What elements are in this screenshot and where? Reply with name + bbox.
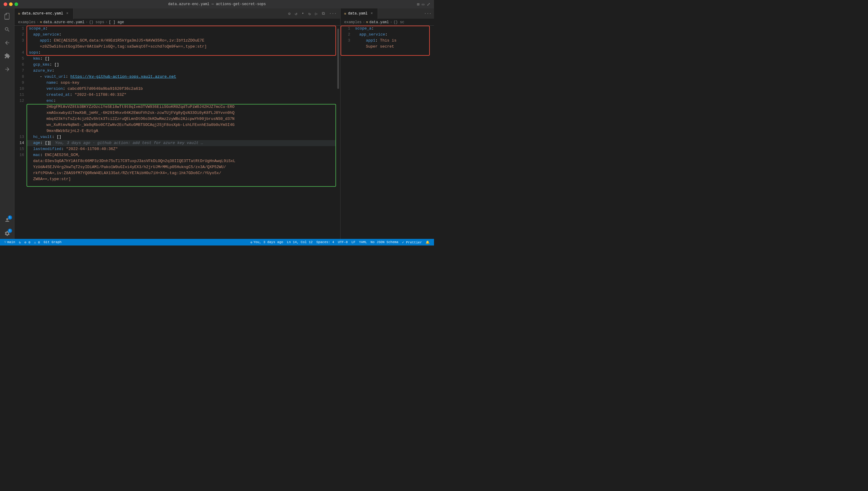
r-code-line-1: scope_a: (353, 26, 430, 32)
encoding-text: UTF-8 (338, 240, 348, 244)
tab-close-right[interactable]: × (369, 11, 374, 16)
titlebar: data.azure-enc.yaml — actions-get-secret… (0, 0, 434, 8)
r-code-line-3: app1: This is (353, 38, 430, 44)
ln-16: 16 (15, 152, 24, 158)
code-line-mac2: YzUdA45EJV4rg2kwTqT2syIDiAMl/Pako1W9uGIv… (27, 164, 336, 170)
redo-icon[interactable]: ↻ (307, 10, 312, 17)
code-line-7: azure_kv: (27, 68, 336, 74)
tab-bar-right: ≋ data.yaml × ··· (341, 8, 434, 19)
file-icon-right: ≋ (344, 12, 346, 16)
ln-9: 9 (15, 80, 24, 86)
history-icon[interactable]: ⊙ (287, 10, 292, 17)
minimize-button[interactable] (9, 2, 13, 6)
tab-bar-actions-left: ⊙ ↺ • ↻ ▷ ⧉ ··· (287, 10, 340, 17)
extensions-icon[interactable] (2, 51, 13, 61)
bc-sep-1: › (37, 20, 39, 24)
notification-status[interactable]: 🔔 (424, 239, 431, 246)
run-icon[interactable]: ▷ (314, 10, 318, 17)
language-status[interactable]: YAML (357, 239, 369, 246)
titlebar-right-controls[interactable]: ⊞ ▭ ⤢ (417, 2, 430, 7)
tab-more-right[interactable]: ··· (424, 11, 434, 16)
notification-icon: 🔔 (425, 240, 430, 244)
source-control-icon[interactable] (2, 37, 13, 48)
scrollbar-left[interactable] (336, 26, 340, 239)
code-line-4: sops: (27, 50, 336, 56)
tab-label-left: data.azure-enc.yaml (22, 11, 63, 16)
code-line-enc3: mbq423kYsTsZz4cjz0ZvShtk3Tci2ZzruQELmnDt… (27, 116, 336, 122)
sync-status[interactable]: ↻ (17, 239, 23, 246)
code-area-left[interactable]: scope_a: app_service: app1: ENC[AES256_G… (27, 26, 336, 239)
undo-icon[interactable]: ↺ (293, 10, 298, 17)
split-icon[interactable]: ⧉ (321, 10, 326, 17)
scrollbar-thumb-left[interactable] (337, 29, 339, 89)
ln-mac1 (15, 158, 24, 164)
author-text: You, 3 days ago (253, 240, 283, 244)
settings-icon[interactable]: 1 (2, 228, 13, 239)
rln-3b (341, 44, 350, 50)
settings-badge: 1 (8, 229, 12, 233)
ln-13: 13 (15, 134, 24, 140)
branch-status[interactable]: ⑂ main (2, 239, 17, 246)
schema-status[interactable]: No JSON Schema (369, 239, 400, 246)
run-debug-icon[interactable] (2, 64, 13, 75)
window-title: data.azure-enc.yaml — actions-get-secret… (168, 2, 266, 6)
git-graph-status[interactable]: Git Graph (42, 239, 63, 246)
code-line-3b: +z0Z5wSi6sstGog35mvr0AtUaPrlsGQ=,tag:saS… (27, 44, 336, 50)
bc-right-scope[interactable]: {} sc (393, 20, 404, 24)
account-icon[interactable]: 1 (2, 215, 13, 226)
dot-icon[interactable]: • (301, 10, 305, 17)
bc-sep-2: › (86, 20, 88, 24)
warnings-status[interactable]: ⚠ 0 (32, 239, 42, 246)
close-button[interactable] (4, 2, 7, 6)
fullscreen-icon[interactable]: ⤢ (427, 2, 430, 7)
panel-icon[interactable]: ▭ (422, 2, 424, 7)
code-line-enc1: 2HbgFMtAvVZ8tb3BKYZzOzclYeSEl8wTt9t0qIvm… (27, 104, 336, 110)
scrollbar-right[interactable] (430, 26, 434, 239)
explorer-icon[interactable] (2, 11, 13, 22)
tab-right-active[interactable]: ≋ data.yaml × (341, 8, 378, 19)
sync-icon: ↻ (19, 240, 21, 244)
code-line-8: - vault_url: https://kv-github-action-so… (27, 74, 336, 80)
code-line-6: gcp_kms: [] (27, 62, 336, 68)
code-area-right[interactable]: scope_a: app_service: app1: This is Supe… (353, 26, 430, 239)
ln-enc1 (15, 104, 24, 110)
code-line-5: kms: [] (27, 56, 336, 62)
breadcrumb-sops[interactable]: {} sops (89, 20, 104, 24)
ln-3b (15, 44, 24, 50)
svg-point-0 (6, 218, 8, 220)
code-line-mac4: ZW8A==,type:str] (27, 176, 336, 182)
bc-right-examples[interactable]: examples (344, 20, 362, 24)
author-status[interactable]: ⊙ You, 3 days ago (249, 239, 285, 246)
position-status[interactable]: Ln 14, Col 12 (285, 239, 315, 246)
code-line-1: scope_a: (27, 26, 336, 32)
encoding-status[interactable]: UTF-8 (336, 239, 349, 246)
code-line-10: version: cabcd0f57d0640a9ba91620f36c2a61… (27, 86, 336, 92)
ln-2: 2 (15, 32, 24, 38)
more-icon[interactable]: ··· (328, 10, 338, 17)
breadcrumb-examples[interactable]: examples (18, 20, 35, 24)
ln-4: 4 (15, 50, 24, 56)
editor-content-left[interactable]: 1 2 3 4 5 6 7 8 9 10 11 12 (15, 26, 340, 239)
line-ending-status[interactable]: LF (349, 239, 357, 246)
rln-1: 1 (341, 26, 350, 32)
errors-status[interactable]: ⊘ 0 (23, 239, 32, 246)
ln-15: 15 (15, 146, 24, 152)
layout-icon[interactable]: ⊞ (417, 2, 419, 7)
ln-enc5 (15, 128, 24, 134)
search-icon[interactable] (2, 24, 13, 35)
window-controls[interactable] (4, 2, 18, 6)
breadcrumb-age[interactable]: [ ] age (109, 20, 124, 24)
position-text: Ln 14, Col 12 (287, 240, 313, 244)
prettier-status[interactable]: ✓ Prettier (400, 239, 424, 246)
author-label: ⊙ (250, 240, 253, 244)
warnings-count: ⚠ 0 (34, 240, 40, 244)
breadcrumb-filename[interactable]: data.azure-enc.yaml (43, 20, 84, 24)
editor-content-right[interactable]: 1 2 3 scope_a: app_service: (341, 26, 434, 239)
tab-left-active[interactable]: ≋ data.azure-enc.yaml × (15, 8, 74, 19)
r-code-line-3b: Super secret (353, 44, 430, 50)
spaces-status[interactable]: Spaces: 4 (314, 239, 336, 246)
maximize-button[interactable] (15, 2, 18, 6)
tab-close-left[interactable]: × (65, 11, 69, 16)
code-line-15: lastmodified: "2022-04-11T08:40:36Z" (27, 146, 336, 152)
bc-right-filename[interactable]: data.yaml (369, 20, 389, 24)
